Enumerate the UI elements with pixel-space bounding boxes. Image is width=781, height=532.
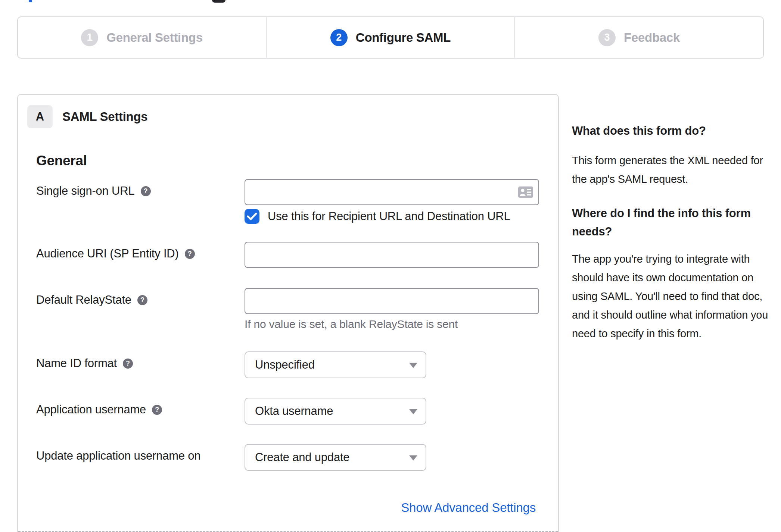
help-panel-body-1: This form generates the XML needed for t…	[572, 151, 777, 188]
audience-uri-label: Audience URI (SP Entity ID) ?	[36, 247, 195, 260]
help-icon[interactable]: ?	[141, 186, 151, 196]
step-configure-saml[interactable]: 2 Configure SAML	[266, 17, 514, 58]
recipient-url-checkbox-row: Use this for Recipient URL and Destinati…	[245, 209, 510, 224]
general-heading: General	[36, 153, 87, 169]
caret-down-icon	[409, 363, 417, 368]
recipient-url-checkbox[interactable]	[245, 209, 259, 224]
default-relaystate-helper: If no value is set, a blank RelayState i…	[245, 318, 458, 331]
step-number-badge: 2	[330, 29, 348, 46]
step-general-settings[interactable]: 1 General Settings	[18, 17, 266, 58]
caret-down-icon	[409, 409, 417, 414]
help-icon[interactable]: ?	[185, 249, 195, 259]
step-feedback[interactable]: 3 Feedback	[514, 17, 763, 58]
help-panel-body-2: The app you're trying to integrate with …	[572, 250, 777, 343]
update-application-username-value: Create and update	[255, 451, 349, 464]
help-icon[interactable]: ?	[152, 405, 162, 415]
help-panel: What does this form do? This form genera…	[572, 122, 777, 359]
name-id-format-label: Name ID format ?	[36, 357, 133, 370]
configure-saml-page: 1 General Settings 2 Configure SAML 3 Fe…	[0, 0, 781, 532]
step-label: General Settings	[106, 31, 202, 45]
step-label: Configure SAML	[356, 31, 451, 45]
name-id-format-select[interactable]: Unspecified	[245, 351, 426, 378]
help-icon[interactable]: ?	[137, 295, 147, 305]
help-icon[interactable]: ?	[123, 359, 133, 369]
application-username-value: Okta username	[255, 404, 333, 418]
single-sign-on-url-label: Single sign-on URL ?	[36, 184, 151, 198]
show-advanced-settings-link[interactable]: Show Advanced Settings	[401, 501, 536, 515]
help-panel-title-2: Where do I find the info this form needs…	[572, 204, 777, 241]
help-panel-title-1: What does this form do?	[572, 122, 777, 140]
contact-card-icon	[518, 187, 533, 198]
single-sign-on-url-input[interactable]	[245, 179, 539, 205]
recipient-url-checkbox-label: Use this for Recipient URL and Destinati…	[268, 210, 510, 223]
update-application-username-label: Update application username on	[36, 449, 200, 463]
checkmark-icon	[247, 212, 257, 220]
name-id-format-value: Unspecified	[255, 358, 315, 372]
cropped-header-fragment-blue	[29, 0, 32, 2]
application-username-select[interactable]: Okta username	[245, 398, 426, 425]
update-application-username-select[interactable]: Create and update	[245, 444, 426, 471]
step-number-badge: 3	[598, 29, 616, 46]
step-label: Feedback	[624, 31, 680, 45]
single-sign-on-url-input-wrap	[245, 179, 539, 205]
default-relaystate-input-wrap	[245, 288, 539, 314]
step-number-badge: 1	[81, 29, 98, 46]
audience-uri-input-wrap	[245, 242, 539, 268]
section-title: SAML Settings	[62, 110, 147, 124]
application-username-label: Application username ?	[36, 403, 162, 416]
section-a-badge: A	[27, 105, 53, 128]
default-relaystate-input[interactable]	[245, 288, 539, 314]
wizard-stepper: 1 General Settings 2 Configure SAML 3 Fe…	[17, 16, 764, 59]
audience-uri-input[interactable]	[245, 242, 539, 268]
section-header: A SAML Settings	[27, 105, 147, 128]
saml-settings-card: A SAML Settings General Single sign-on U…	[17, 94, 559, 532]
cropped-header-fragment-dark	[212, 0, 225, 3]
caret-down-icon	[409, 455, 417, 460]
default-relaystate-label: Default RelayState ?	[36, 293, 147, 307]
